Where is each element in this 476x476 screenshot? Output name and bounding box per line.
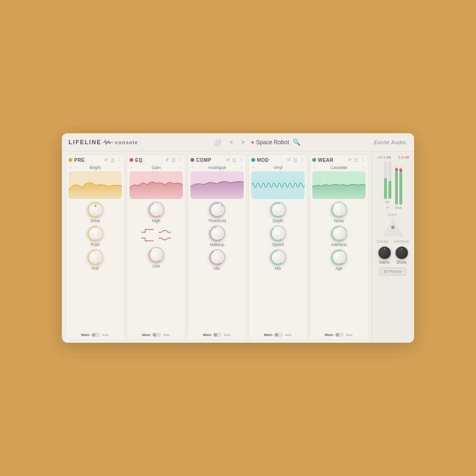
shine-knob[interactable]: [396, 247, 408, 259]
wear-prev-btn[interactable]: ‹: [312, 165, 317, 170]
wear-main-tab[interactable]: Main: [325, 333, 333, 337]
preset-name: ♥ Space Robot: [251, 139, 289, 146]
pre-knobs: Drive Push: [69, 202, 122, 331]
eq-main-tab[interactable]: Main: [142, 333, 150, 337]
eq-high-shelf-icon[interactable]: [140, 228, 155, 234]
mod-active-dot[interactable]: [251, 158, 255, 162]
svg-point-10: [271, 251, 285, 264]
comp-waveform[interactable]: [190, 171, 244, 199]
eq-high-bell-icon[interactable]: [158, 228, 172, 234]
pre-reset-btn[interactable]: ↺: [104, 157, 109, 163]
svg-point-9: [271, 227, 285, 240]
comp-mix-knob[interactable]: [209, 249, 225, 266]
wear-age-knob[interactable]: [331, 249, 347, 266]
eq-menu-btn[interactable]: ⋮: [178, 157, 183, 163]
eq-adv-tab[interactable]: Adv.: [163, 333, 170, 337]
pre-menu-btn[interactable]: ⋮: [117, 157, 122, 163]
module-comp-title-row: COMP: [190, 158, 211, 163]
comp-makeup-knob[interactable]: [209, 226, 225, 242]
pre-module-name: PRE: [74, 158, 85, 163]
comp-adv-tab[interactable]: Adv.: [224, 333, 231, 337]
eq-footer-toggle[interactable]: [152, 333, 161, 337]
out-meter-right: [399, 167, 402, 205]
pre-next-btn[interactable]: ›: [118, 165, 122, 170]
eq-next-btn[interactable]: ›: [178, 165, 183, 170]
pre-footer-toggle[interactable]: [91, 333, 100, 337]
bypass-button[interactable]: BYPASS: [380, 268, 406, 276]
logo: LIFELINE console: [69, 139, 138, 146]
mod-module-name: MOD: [257, 158, 269, 163]
right-panel: -12.3 dB 2.3 dB In ∞: [371, 151, 414, 343]
svg-point-8: [271, 203, 285, 217]
comp-next-btn[interactable]: ›: [239, 165, 244, 170]
eq-prev-btn[interactable]: ‹: [129, 165, 134, 170]
save-button[interactable]: ⬜: [211, 138, 223, 147]
comp-main-tab[interactable]: Main: [203, 333, 211, 337]
in-meter-left-fill: [384, 178, 387, 199]
mod-menu-btn[interactable]: ⋮: [299, 157, 305, 163]
pre-main-tab[interactable]: Main: [81, 333, 89, 337]
wear-menu-btn[interactable]: ⋮: [360, 157, 366, 163]
wear-artefacts-knob[interactable]: [331, 226, 347, 242]
mod-mix-knob[interactable]: [270, 249, 286, 266]
wear-noise-group: Noise: [331, 202, 347, 223]
module-pre: PRE ↺ ◫ ⋮ ‹ Bright ›: [66, 154, 125, 340]
mod-footer-toggle[interactable]: [274, 333, 283, 337]
pre-undo-btn[interactable]: ◫: [110, 157, 115, 163]
eq-module-name: EQ: [135, 158, 142, 163]
mod-next-btn[interactable]: ›: [300, 165, 305, 170]
comp-menu-btn[interactable]: ⋮: [238, 157, 244, 163]
prev-preset-button[interactable]: <: [227, 138, 235, 147]
warm-knob[interactable]: [378, 247, 391, 259]
wear-footer-toggle[interactable]: [335, 333, 344, 337]
pre-adv-tab[interactable]: Adv.: [102, 333, 109, 337]
wear-active-dot[interactable]: [312, 158, 316, 162]
mod-waveform-nav: ‹ Vinyl ›: [251, 165, 305, 170]
next-preset-button[interactable]: >: [239, 138, 247, 147]
comp-controls: ↺ ◫ ⋮: [226, 157, 244, 163]
eq-low-bell-icon[interactable]: [158, 236, 172, 243]
eq-low-shelf-icon[interactable]: [140, 236, 155, 243]
mod-main-tab[interactable]: Main: [264, 333, 272, 337]
favorite-icon[interactable]: ♥: [251, 139, 254, 145]
mod-waveform[interactable]: [251, 171, 305, 199]
mod-undo-btn[interactable]: ◫: [293, 157, 298, 163]
wear-next-btn[interactable]: ›: [361, 165, 366, 170]
mod-depth-knob[interactable]: [270, 202, 286, 218]
wear-waveform[interactable]: [312, 171, 366, 199]
eq-active-dot[interactable]: [129, 158, 133, 162]
comp-prev-btn[interactable]: ‹: [190, 165, 195, 170]
pre-pull-knob[interactable]: [87, 249, 103, 266]
pre-push-label: Push: [90, 242, 99, 247]
pre-push-knob[interactable]: [87, 226, 103, 242]
main-content: PRE ↺ ◫ ⋮ ‹ Bright ›: [62, 151, 414, 343]
pre-push-group: Push: [87, 226, 103, 247]
search-button[interactable]: 🔍: [293, 139, 300, 146]
mod-speed-knob[interactable]: [270, 226, 286, 242]
eq-reset-btn[interactable]: ↺: [165, 157, 169, 163]
eq-footer: Main Adv.: [129, 331, 183, 337]
comp-waveform-nav: ‹ Analogue ›: [190, 165, 244, 170]
wear-age-group: Age: [331, 249, 347, 271]
eq-high-knob[interactable]: [148, 202, 164, 218]
mod-prev-btn[interactable]: ‹: [251, 165, 256, 170]
mod-adv-tab[interactable]: Adv.: [285, 333, 292, 337]
eq-high-label: High: [152, 218, 160, 223]
pre-prev-btn[interactable]: ‹: [69, 165, 73, 170]
eq-low-knob[interactable]: [148, 247, 164, 263]
pre-active-dot[interactable]: [69, 158, 72, 162]
pre-drive-knob[interactable]: [87, 202, 103, 218]
comp-footer-toggle[interactable]: [213, 333, 222, 337]
wear-noise-knob[interactable]: [331, 202, 347, 218]
eq-undo-btn[interactable]: ◫: [171, 157, 176, 163]
wear-adv-tab[interactable]: Adv.: [346, 333, 353, 337]
eq-waveform[interactable]: [129, 171, 183, 199]
comp-threshold-knob[interactable]: A: [209, 202, 225, 218]
wear-undo-btn[interactable]: ◫: [354, 157, 359, 163]
mod-reset-btn[interactable]: ↺: [287, 157, 291, 163]
pre-waveform[interactable]: [69, 171, 122, 199]
wear-reset-btn[interactable]: ↺: [347, 157, 352, 163]
comp-undo-btn[interactable]: ◫: [232, 157, 237, 163]
comp-active-dot[interactable]: [190, 158, 194, 162]
comp-reset-btn[interactable]: ↺: [226, 157, 230, 163]
